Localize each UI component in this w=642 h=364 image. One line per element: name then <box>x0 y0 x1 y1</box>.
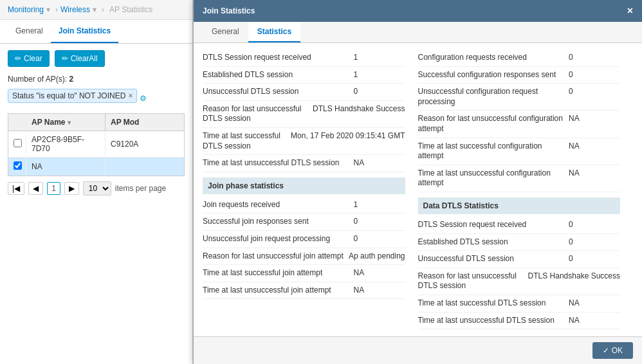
row-checkbox-1[interactable] <box>14 139 22 147</box>
join-phase-header: Join phase statistics <box>203 177 405 194</box>
dialog-header: Join Statistics × <box>194 0 642 22</box>
dialog-footer: ✓ OK <box>194 336 642 364</box>
stat-row: DTLS Session request received 0 <box>418 217 621 234</box>
stats-left-col: DTLS Session request received 1 Establis… <box>203 50 418 329</box>
clear-all-button[interactable]: ✏ ClearAll <box>55 50 105 67</box>
filter-close[interactable]: × <box>128 91 133 100</box>
filter-icon[interactable]: ⚙ <box>140 94 147 103</box>
stat-row: Unsuccessful join request processing 0 <box>203 231 405 248</box>
tab-dialog-general[interactable]: General <box>203 22 248 42</box>
prev-page-btn[interactable]: ◀ <box>28 182 43 195</box>
filter-tag: Status "is equal to" NOT JOINED × <box>8 89 137 103</box>
items-per-page-label: items per page <box>115 184 166 193</box>
stat-row: Configuration requests received 0 <box>418 50 621 67</box>
col-ap-name[interactable]: AP Name ▾ <box>26 114 105 131</box>
stat-row: Unsuccessful DTLS session 0 <box>203 84 405 101</box>
ok-button[interactable]: ✓ OK <box>592 342 633 359</box>
dialog-title: Join Statistics <box>203 6 255 15</box>
td-ap-name-1: AP2CF8-9B5F-7D70 <box>26 131 105 157</box>
stat-row: Time at last successful DTLS session NA <box>418 295 621 313</box>
stat-row: Successful configuration responses sent … <box>418 67 621 84</box>
clear-button[interactable]: ✏ Clear <box>8 50 50 67</box>
row-checkbox-2[interactable] <box>14 161 22 170</box>
stat-row: Time at last successful configuration at… <box>418 138 621 165</box>
header-checkbox-col <box>8 114 26 131</box>
td-ap-mod-2 <box>105 163 184 170</box>
table-row[interactable]: NA <box>8 158 184 176</box>
dialog-close-button[interactable]: × <box>627 5 633 17</box>
stat-row: Reason for last unsuccessful join attemp… <box>203 248 405 266</box>
breadcrumb-wireless[interactable]: Wireless <box>60 5 90 14</box>
data-dtls-header: Data DTLS Statistics <box>418 197 621 214</box>
stat-row: Unsuccessful configuration request proce… <box>418 84 621 111</box>
dialog: Join Statistics × General Statistics DTL… <box>193 0 642 364</box>
stat-row: Successful join responses sent 0 <box>203 214 405 231</box>
stat-row: Time at last unsuccessful DTLS session N… <box>418 313 621 330</box>
stat-row: DTLS Session request received 1 <box>203 50 405 67</box>
stat-row: Join requests received 1 <box>203 197 405 214</box>
tab-dialog-statistics[interactable]: Statistics <box>248 22 300 42</box>
sort-ap-name-icon: ▾ <box>68 119 71 126</box>
table-header: AP Name ▾ AP Mod <box>8 114 184 131</box>
stat-row: Reason for last unsuccessful configurati… <box>418 111 621 138</box>
stat-row: Time at last unsuccessful DTLS session N… <box>203 155 405 172</box>
button-row: ✏ Clear ✏ ClearAll <box>8 50 185 67</box>
td-ap-mod-1: C9120A <box>105 136 184 152</box>
current-page[interactable]: 1 <box>47 182 60 195</box>
col-ap-mod[interactable]: AP Mod <box>105 114 184 131</box>
ap-count: Number of AP(s): 2 <box>8 75 185 84</box>
dialog-body: DTLS Session request received 1 Establis… <box>194 43 642 336</box>
tab-join-statistics[interactable]: Join Statistics <box>51 20 118 43</box>
stats-right-col: Configuration requests received 0 Succes… <box>418 50 634 329</box>
dialog-tabs: General Statistics <box>194 22 642 43</box>
left-tabs: General Join Statistics <box>0 20 192 44</box>
stat-row: Time at last successful join attempt NA <box>203 265 405 282</box>
stat-row: Time at last unsuccessful join attempt N… <box>203 282 405 300</box>
stat-row: Reason for last unsuccessful DTLS sessio… <box>203 101 405 128</box>
stat-row: Time at last unsuccessful configuration … <box>418 165 621 192</box>
ap-table: AP Name ▾ AP Mod AP2CF8-9B5F-7D70 C9120A <box>8 113 185 176</box>
eraser-icon: ✏ <box>15 54 21 63</box>
breadcrumb-monitoring[interactable]: Monitoring <box>8 5 44 14</box>
stat-row: Established DTLS session 1 <box>203 67 405 84</box>
per-page-select[interactable]: 10 25 50 <box>83 181 111 196</box>
pagination: |◀ ◀ 1 ▶ 10 25 50 items per page <box>8 181 185 196</box>
stat-row: Established DTLS session 0 <box>418 234 621 251</box>
breadcrumb: Monitoring ▾ › Wireless ▾ › AP Statistic… <box>0 0 192 20</box>
first-page-btn[interactable]: |◀ <box>8 182 24 195</box>
stat-row: Unsuccessful DTLS session 0 <box>418 251 621 268</box>
td-ap-name-2: NA <box>26 158 105 175</box>
stat-row: Reason for last unsuccessful DTLS sessio… <box>418 268 621 295</box>
table-row[interactable]: AP2CF8-9B5F-7D70 C9120A <box>8 131 184 158</box>
next-page-btn[interactable]: ▶ <box>64 182 79 195</box>
breadcrumb-current: AP Statistics <box>109 5 152 14</box>
tab-general[interactable]: General <box>8 20 51 43</box>
stat-row: Time at last successful DTLS session Mon… <box>203 128 405 155</box>
eraser-all-icon: ✏ <box>62 54 68 63</box>
